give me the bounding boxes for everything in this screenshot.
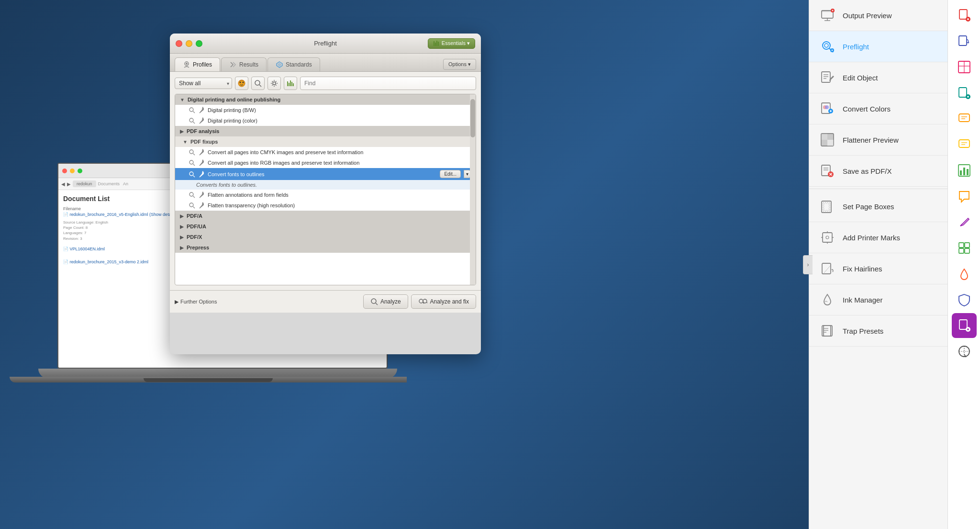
- list-item[interactable]: Flatten annotations and form fields: [175, 190, 476, 200]
- sidebar-label-output-preview: Output Preview: [843, 11, 892, 20]
- group-pdf-a[interactable]: ▶ PDF/A: [175, 211, 476, 221]
- edit-button[interactable]: Edit...: [440, 170, 461, 178]
- sidebar-label-save-pdf-x: Save as PDF/X: [843, 167, 892, 175]
- strip-icon-export[interactable]: [952, 80, 977, 105]
- chart-btn[interactable]: [284, 77, 297, 90]
- group-prepress[interactable]: ▶ Prepress: [175, 242, 476, 253]
- list-item[interactable]: Convert all pages into RGB images and pr…: [175, 158, 476, 168]
- sidebar-item-fix-hairlines[interactable]: Fix Hairlines: [809, 253, 947, 284]
- strip-icon-chat1[interactable]: [952, 106, 977, 131]
- list-item[interactable]: Flatten transparency (high resolution): [175, 200, 476, 211]
- strip-icon-ink[interactable]: [952, 261, 977, 286]
- sidebar-item-output-preview[interactable]: Output Preview: [809, 0, 947, 31]
- svg-point-21: [189, 118, 193, 122]
- sidebar-label-ink-manager: Ink Manager: [843, 296, 882, 304]
- tab-standards[interactable]: Standards: [267, 57, 320, 71]
- group-pdf-fixups[interactable]: ▼ PDF fixups: [175, 136, 476, 147]
- wrench-icon: [198, 107, 205, 113]
- svg-rect-103: [959, 140, 969, 147]
- preflight-window: Preflight Essentials ▾ Profiles: [170, 34, 481, 354]
- further-options-label: Further Options: [180, 299, 217, 304]
- further-options[interactable]: ▶ Further Options: [175, 299, 217, 305]
- sidebar-item-edit-object[interactable]: Edit Object: [809, 62, 947, 93]
- item-label-dp-bw: Digital printing (B/W): [208, 107, 256, 113]
- group-arrow-pdf-x: ▶: [180, 235, 184, 240]
- profiles-filter-btn[interactable]: [235, 77, 248, 90]
- wrench-icon: [198, 202, 205, 209]
- search-small-icon: [189, 191, 195, 198]
- list-item[interactable]: Digital printing (B/W): [175, 105, 476, 115]
- svg-rect-76: [823, 233, 832, 242]
- svg-rect-0: [434, 41, 434, 46]
- find-input[interactable]: [300, 77, 476, 90]
- scrollbar[interactable]: [470, 94, 476, 285]
- list-item-selected[interactable]: Convert fonts to outlines Edit... ▾: [175, 168, 476, 180]
- strip-icon-annotation[interactable]: [952, 184, 977, 209]
- minimize-button[interactable]: [186, 40, 192, 47]
- list-item[interactable]: Convert all pages into CMYK images and p…: [175, 147, 476, 158]
- svg-point-47: [824, 44, 828, 47]
- scrollbar-thumb[interactable]: [470, 99, 475, 137]
- svg-line-12: [259, 85, 261, 87]
- strip-icon-shield[interactable]: [952, 287, 977, 312]
- svg-rect-113: [959, 248, 964, 253]
- sidebar-item-trap-presets[interactable]: Trap Presets: [809, 315, 947, 347]
- options-button[interactable]: Options ▾: [443, 59, 476, 70]
- strip-icon-chat2[interactable]: [952, 132, 977, 157]
- svg-point-9: [240, 82, 241, 83]
- item-label-pf-cmyk: Convert all pages into CMYK images and p…: [208, 149, 363, 155]
- collapse-panel-arrow[interactable]: ›: [803, 255, 813, 274]
- group-pdf-x[interactable]: ▶ PDF/X: [175, 232, 476, 242]
- wrench-icon: [198, 171, 205, 178]
- group-label-prepress: Prepress: [187, 245, 209, 250]
- essentials-button[interactable]: Essentials ▾: [428, 38, 475, 49]
- search-btn[interactable]: [251, 77, 265, 90]
- close-button[interactable]: [176, 40, 182, 47]
- svg-rect-115: [959, 320, 967, 329]
- svg-point-35: [419, 299, 423, 303]
- sidebar-label-add-printer-marks: Add Printer Marks: [843, 234, 900, 242]
- settings-btn[interactable]: [267, 77, 281, 90]
- svg-rect-96: [959, 88, 967, 97]
- strip-icon-pdf-add[interactable]: [952, 3, 977, 28]
- sidebar-item-flattener-preview[interactable]: Flattener Preview: [809, 124, 947, 156]
- analyze-fix-button[interactable]: Analyze and fix: [411, 294, 476, 309]
- ink-manager-icon: [819, 291, 836, 308]
- group-pdf-analysis[interactable]: ▶ PDF analysis: [175, 126, 476, 136]
- strip-icon-pdf-active[interactable]: [952, 313, 977, 338]
- strip-icon-layout[interactable]: [952, 55, 977, 79]
- svg-rect-17: [291, 82, 292, 86]
- group-pdf-ua[interactable]: ▶ PDF/UA: [175, 221, 476, 232]
- tab-profiles[interactable]: Profiles: [175, 57, 220, 71]
- strip-icon-convert[interactable]: [952, 29, 977, 54]
- analyze-button[interactable]: Analyze: [363, 294, 408, 309]
- strip-icon-wrench[interactable]: [952, 339, 977, 364]
- strip-icon-grid[interactable]: [952, 236, 977, 260]
- window-title: Preflight: [314, 40, 337, 47]
- sidebar-item-preflight[interactable]: Preflight: [809, 31, 947, 62]
- sidebar-item-convert-colors[interactable]: Convert Colors: [809, 93, 947, 124]
- svg-rect-64: [827, 134, 834, 140]
- tab-results-label: Results: [239, 61, 258, 68]
- svg-rect-112: [965, 243, 969, 248]
- show-all-dropdown[interactable]: Show all: [175, 78, 232, 89]
- tab-results[interactable]: Results: [221, 57, 267, 71]
- sidebar-item-ink-manager[interactable]: Ink Manager: [809, 284, 947, 315]
- svg-rect-16: [290, 80, 291, 86]
- strip-icon-chart[interactable]: [952, 158, 977, 183]
- sidebar-item-set-page-boxes[interactable]: Set Page Boxes: [809, 191, 947, 222]
- sidebar-item-add-printer-marks[interactable]: Add Printer Marks: [809, 222, 947, 253]
- svg-point-23: [189, 150, 193, 154]
- strip-icon-pencil[interactable]: [952, 210, 977, 235]
- group-arrow-pdf-a: ▶: [180, 214, 184, 219]
- tab-standards-label: Standards: [286, 61, 312, 68]
- analyze-fix-icon: [418, 298, 428, 305]
- list-item[interactable]: Digital printing (color): [175, 115, 476, 126]
- group-digital-printing[interactable]: ▼ Digital printing and online publishing: [175, 94, 476, 105]
- svg-rect-88: [959, 10, 967, 19]
- sidebar-label-preflight: Preflight: [843, 43, 869, 51]
- gear-icon: [270, 79, 278, 87]
- maximize-button[interactable]: [196, 40, 202, 47]
- tiger-icon: [237, 79, 246, 88]
- sidebar-item-save-pdf-x[interactable]: Save as PDF/X: [809, 156, 947, 187]
